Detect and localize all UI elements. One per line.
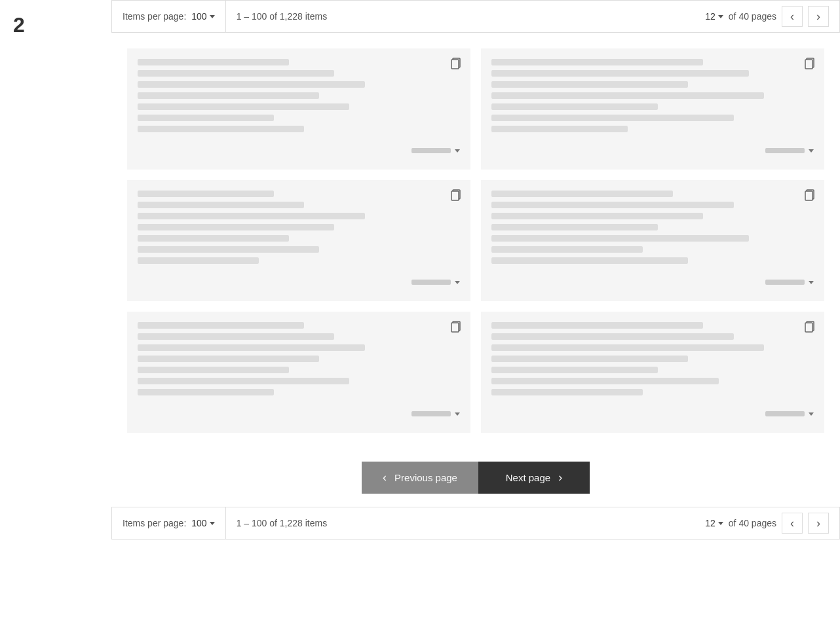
copy-icon[interactable] xyxy=(803,320,816,335)
skeleton-line xyxy=(491,235,749,242)
expand-button[interactable] xyxy=(411,148,460,153)
svg-rect-9 xyxy=(451,323,459,332)
bottom-next-arrow-button[interactable] xyxy=(808,513,829,534)
bottom-items-per-page-chevron-icon xyxy=(210,522,215,525)
skeleton-line xyxy=(138,333,334,340)
bottom-page-number-value: 12 xyxy=(705,518,716,528)
list-item xyxy=(481,180,824,301)
skeleton-line xyxy=(138,92,319,99)
expand-line xyxy=(411,280,451,285)
bottom-prev-arrow-button[interactable] xyxy=(782,513,803,534)
card-footer xyxy=(491,143,814,153)
copy-icon[interactable] xyxy=(803,56,816,71)
list-item xyxy=(127,48,470,170)
skeleton-line xyxy=(491,246,643,253)
top-page-number-select[interactable]: 12 xyxy=(705,11,723,22)
top-items-per-page: Items per page: 100 xyxy=(123,1,226,32)
top-page-chevron-icon xyxy=(718,15,723,18)
skeleton-line xyxy=(491,126,628,132)
skeleton-line xyxy=(491,333,734,340)
next-button-label: Next page xyxy=(506,472,550,483)
list-item xyxy=(127,180,470,301)
copy-icon[interactable] xyxy=(449,320,463,335)
bottom-items-per-page: Items per page: 100 xyxy=(123,507,226,539)
skeleton-line xyxy=(138,115,274,121)
skeleton-line xyxy=(138,191,274,197)
svg-rect-7 xyxy=(805,191,812,200)
svg-rect-3 xyxy=(805,60,812,69)
top-prev-arrow-button[interactable] xyxy=(782,6,803,27)
expand-chevron-icon xyxy=(455,281,460,284)
bottom-page-nav: 12 of 40 pages xyxy=(705,513,829,534)
skeleton-line xyxy=(491,367,658,373)
expand-chevron-icon xyxy=(809,281,814,284)
copy-icon[interactable] xyxy=(803,188,816,203)
copy-icon[interactable] xyxy=(449,188,463,203)
skeleton-line xyxy=(491,103,658,110)
skeleton-line xyxy=(491,389,643,395)
prev-button-label: Previous page xyxy=(394,472,457,483)
expand-line xyxy=(411,148,451,153)
main-container: Items per page: 100 1 – 100 of 1,228 ite… xyxy=(111,0,840,540)
expand-chevron-icon xyxy=(809,149,814,153)
skeleton-line xyxy=(491,224,658,230)
expand-button[interactable] xyxy=(765,148,814,153)
skeleton-line xyxy=(138,235,289,242)
next-page-button[interactable]: Next page › xyxy=(478,462,590,494)
top-items-per-page-select[interactable]: 100 xyxy=(191,11,214,22)
skeleton-line xyxy=(138,103,349,110)
list-item xyxy=(481,312,824,433)
expand-button[interactable] xyxy=(765,280,814,285)
card-content xyxy=(138,59,460,132)
card-footer xyxy=(138,274,460,285)
previous-page-button[interactable]: ‹ Previous page xyxy=(362,462,478,494)
top-of-pages: of 40 pages xyxy=(729,11,776,22)
skeleton-line xyxy=(138,367,289,373)
expand-line xyxy=(765,280,805,285)
top-items-per-page-label: Items per page: xyxy=(123,11,186,22)
skeleton-line xyxy=(491,344,764,351)
bottom-pagination-buttons: ‹ Previous page Next page › xyxy=(111,448,840,507)
bottom-items-per-page-label: Items per page: xyxy=(123,518,186,528)
bottom-items-per-page-select[interactable]: 100 xyxy=(191,518,214,528)
list-item xyxy=(127,312,470,433)
expand-line xyxy=(411,411,451,416)
card-content xyxy=(491,59,814,132)
card-content xyxy=(491,322,814,395)
top-page-number-value: 12 xyxy=(705,11,716,22)
skeleton-line xyxy=(138,389,274,395)
expand-chevron-icon xyxy=(809,412,814,416)
skeleton-line xyxy=(138,246,319,253)
prev-arrow-icon: ‹ xyxy=(383,471,387,485)
skeleton-line xyxy=(138,213,365,219)
skeleton-line xyxy=(138,356,319,362)
expand-button[interactable] xyxy=(411,411,460,416)
top-pagination-bar: Items per page: 100 1 – 100 of 1,228 ite… xyxy=(111,0,840,33)
top-items-per-page-value: 100 xyxy=(191,11,206,22)
skeleton-line xyxy=(138,59,289,65)
top-items-per-page-chevron-icon xyxy=(210,15,215,18)
expand-button[interactable] xyxy=(765,411,814,416)
list-item xyxy=(481,48,824,170)
skeleton-line xyxy=(138,344,365,351)
top-next-arrow-button[interactable] xyxy=(808,6,829,27)
skeleton-line xyxy=(491,356,688,362)
skeleton-line xyxy=(491,202,734,208)
skeleton-line xyxy=(491,191,673,197)
bottom-page-number-select[interactable]: 12 xyxy=(705,518,723,528)
card-content xyxy=(491,191,814,264)
skeleton-line xyxy=(491,81,688,88)
expand-chevron-icon xyxy=(455,412,460,416)
svg-rect-5 xyxy=(451,191,459,200)
skeleton-line xyxy=(491,257,688,264)
next-arrow-icon: › xyxy=(558,471,562,485)
expand-button[interactable] xyxy=(411,280,460,285)
top-page-nav: 12 of 40 pages xyxy=(705,6,829,27)
card-content xyxy=(138,322,460,395)
copy-icon[interactable] xyxy=(449,56,463,71)
skeleton-line xyxy=(491,322,703,329)
bottom-page-chevron-icon xyxy=(718,522,723,525)
skeleton-line xyxy=(138,224,334,230)
expand-line xyxy=(765,148,805,153)
expand-line xyxy=(765,411,805,416)
